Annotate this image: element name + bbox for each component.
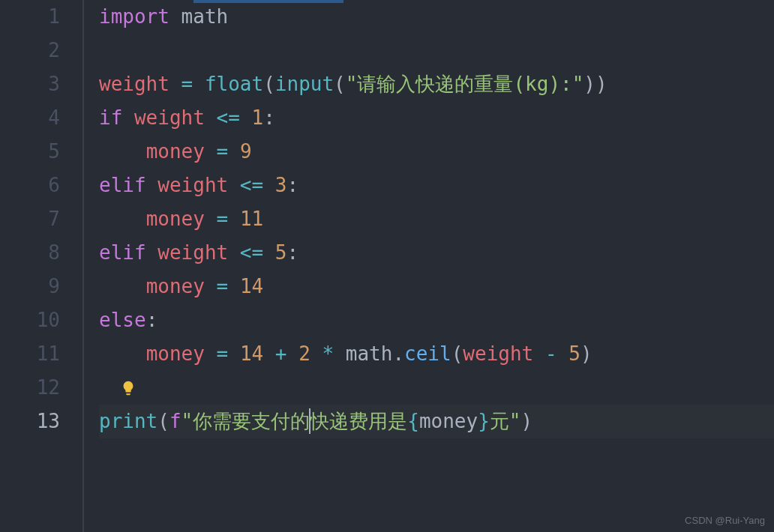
code-line-3[interactable]: weight = float(input("请输入快递的重量(kg):")) xyxy=(99,67,774,101)
line-number[interactable]: 2 xyxy=(0,34,60,67)
fstring-var: money xyxy=(419,410,478,432)
fstring-brace: } xyxy=(478,410,490,432)
paren: ( xyxy=(452,342,464,365)
code-line-4[interactable]: if weight <= 1: xyxy=(99,101,774,135)
paren: ) xyxy=(521,410,533,432)
builtin-float: float xyxy=(205,73,263,95)
number: 14 xyxy=(240,275,263,297)
code-editor: 1 2 3 4 5 6 7 8 9 10 11 12 13 import mat… xyxy=(0,0,774,532)
line-number[interactable]: 12 xyxy=(0,371,60,405)
colon: : xyxy=(263,106,275,129)
number: 2 xyxy=(298,342,310,365)
paren: ) xyxy=(580,342,592,365)
code-line-8[interactable]: elif weight <= 5: xyxy=(99,236,774,270)
code-line-2[interactable] xyxy=(99,34,774,67)
number: 5 xyxy=(568,342,580,365)
keyword-else: else xyxy=(99,309,146,331)
number: 5 xyxy=(275,241,287,264)
variable: money xyxy=(146,275,205,297)
operator: = xyxy=(182,73,194,95)
variable: weight xyxy=(99,73,170,95)
code-area[interactable]: import math weight = float(input("请输入快递的… xyxy=(84,0,774,532)
paren: )) xyxy=(584,73,607,95)
string-part: "你需要支付的 xyxy=(182,410,310,432)
code-line-12[interactable] xyxy=(99,371,774,405)
line-number[interactable]: 8 xyxy=(0,236,60,270)
keyword-if: if xyxy=(99,106,122,129)
module-name: math xyxy=(182,5,229,28)
line-number[interactable]: 11 xyxy=(0,337,60,371)
fstring-brace: { xyxy=(407,410,419,432)
operator: <= xyxy=(217,106,240,129)
number: 9 xyxy=(240,140,252,163)
code-line-10[interactable]: else: xyxy=(99,303,774,337)
text-cursor xyxy=(309,408,310,434)
operator: + xyxy=(275,342,287,365)
operator: = xyxy=(217,208,229,230)
string-literal: "请输入快递的重量(kg):" xyxy=(346,73,584,95)
operator: = xyxy=(217,275,229,297)
string-part: 元" xyxy=(490,410,521,432)
colon: : xyxy=(286,174,298,196)
code-line-11[interactable]: money = 14 + 2 * math.ceil(weight - 5) xyxy=(99,337,774,371)
line-number-gutter: 1 2 3 4 5 6 7 8 9 10 11 12 13 xyxy=(0,0,82,532)
builtin-print: print xyxy=(99,410,158,432)
method-call: ceil xyxy=(404,342,452,365)
operator: <= xyxy=(240,174,263,196)
operator: - xyxy=(545,342,557,365)
code-line-5[interactable]: money = 9 xyxy=(99,135,774,169)
code-line-1[interactable]: import math xyxy=(99,0,774,34)
variable: money xyxy=(146,208,205,230)
line-number[interactable]: 13 xyxy=(0,405,60,438)
line-number[interactable]: 6 xyxy=(0,169,60,202)
operator: * xyxy=(322,342,334,365)
operator: = xyxy=(217,140,229,163)
variable: weight xyxy=(463,342,533,365)
line-number[interactable]: 4 xyxy=(0,101,60,135)
line-number[interactable]: 9 xyxy=(0,270,60,303)
colon: : xyxy=(146,309,158,331)
number: 3 xyxy=(275,174,287,196)
paren: ( xyxy=(263,73,275,95)
line-number[interactable]: 7 xyxy=(0,202,60,236)
code-line-7[interactable]: money = 11 xyxy=(99,202,774,236)
line-number[interactable]: 5 xyxy=(0,135,60,169)
colon: : xyxy=(286,241,298,264)
number: 14 xyxy=(240,342,263,365)
keyword-import: import xyxy=(99,5,170,28)
line-number[interactable]: 3 xyxy=(0,67,60,101)
string-part: 快递费用是 xyxy=(310,410,407,432)
number: 11 xyxy=(240,208,263,230)
line-number[interactable]: 10 xyxy=(0,303,60,337)
variable: weight xyxy=(134,106,205,129)
fstring-prefix: f xyxy=(170,410,182,432)
number: 1 xyxy=(252,106,264,129)
keyword-elif: elif xyxy=(99,241,146,264)
module-ref: math xyxy=(346,342,393,365)
variable: weight xyxy=(158,174,228,196)
variable: money xyxy=(146,140,205,163)
dot: . xyxy=(392,342,404,365)
keyword-elif: elif xyxy=(99,174,146,196)
lightbulb-icon[interactable] xyxy=(120,380,136,396)
builtin-input: input xyxy=(275,73,334,95)
code-line-9[interactable]: money = 14 xyxy=(99,270,774,303)
variable: money xyxy=(146,342,205,365)
line-number[interactable]: 1 xyxy=(0,0,60,34)
code-line-6[interactable]: elif weight <= 3: xyxy=(99,169,774,202)
variable: weight xyxy=(158,241,228,264)
operator: = xyxy=(217,342,229,365)
code-line-13[interactable]: print(f"你需要支付的快递费用是{money}元") xyxy=(99,405,774,438)
paren: ( xyxy=(334,73,346,95)
operator: <= xyxy=(240,241,263,264)
watermark: CSDN @Rui-Yang xyxy=(685,515,765,526)
paren: ( xyxy=(158,410,170,432)
